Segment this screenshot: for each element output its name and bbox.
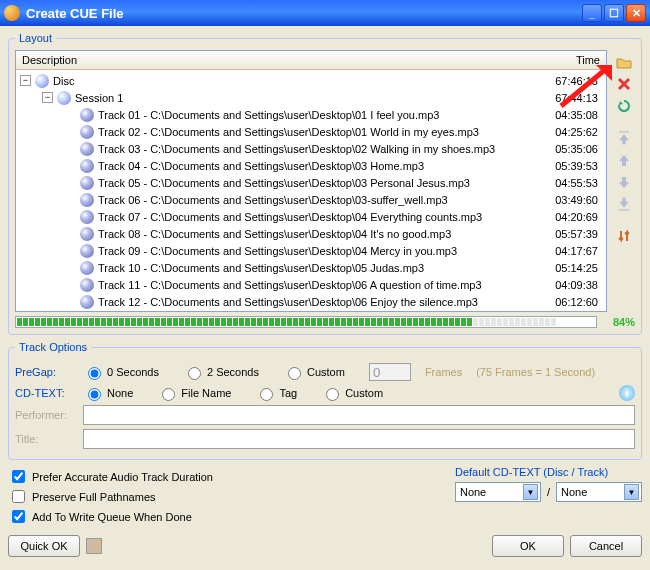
titlebar: Create CUE File _ ☐ ✕: [0, 0, 650, 26]
cdtext-none-radio[interactable]: None: [83, 385, 133, 401]
track-row[interactable]: Track 03 - C:\Documents and Settings\use…: [16, 140, 606, 157]
track-row[interactable]: Track 05 - C:\Documents and Settings\use…: [16, 174, 606, 191]
track-row[interactable]: Track 08 - C:\Documents and Settings\use…: [16, 225, 606, 242]
default-track-select[interactable]: None ▼: [556, 482, 642, 502]
track-row[interactable]: Track 06 - C:\Documents and Settings\use…: [16, 191, 606, 208]
track-label: Track 03 - C:\Documents and Settings\use…: [98, 143, 538, 155]
maximize-button[interactable]: ☐: [604, 4, 624, 22]
session-row[interactable]: − Session 1 67:44:13: [16, 89, 606, 106]
track-time: 05:35:06: [538, 143, 598, 155]
pregap-frames-input[interactable]: [369, 363, 411, 381]
move-down-button[interactable]: [613, 172, 635, 192]
expander-icon[interactable]: −: [42, 92, 53, 103]
info-icon[interactable]: i: [619, 385, 635, 401]
track-label: Track 01 - C:\Documents and Settings\use…: [98, 109, 538, 121]
track-icon: [80, 176, 94, 190]
track-time: 04:17:67: [538, 245, 598, 257]
track-row[interactable]: Track 12 - C:\Documents and Settings\use…: [16, 293, 606, 310]
column-time[interactable]: Time: [540, 54, 600, 66]
track-label: Track 11 - C:\Documents and Settings\use…: [98, 279, 538, 291]
track-row[interactable]: Track 09 - C:\Documents and Settings\use…: [16, 242, 606, 259]
column-description[interactable]: Description: [22, 54, 540, 66]
session-icon: [57, 91, 71, 105]
cancel-button[interactable]: Cancel: [570, 535, 642, 557]
pregap-0-radio[interactable]: 0 Seconds: [83, 364, 159, 380]
default-disc-select[interactable]: None ▼: [455, 482, 541, 502]
track-row[interactable]: Track 04 - C:\Documents and Settings\use…: [16, 157, 606, 174]
track-icon: [80, 261, 94, 275]
list-header[interactable]: Description Time: [16, 51, 606, 70]
disc-row[interactable]: − Disc 67:46:13: [16, 72, 606, 89]
track-time: 04:20:69: [538, 211, 598, 223]
window-title: Create CUE File: [26, 6, 580, 21]
cdtext-tag-radio[interactable]: Tag: [255, 385, 297, 401]
open-folder-button[interactable]: [613, 52, 635, 72]
track-icon: [80, 210, 94, 224]
side-toolbar: [613, 50, 635, 312]
track-row[interactable]: Track 11 - C:\Documents and Settings\use…: [16, 276, 606, 293]
track-label: Track 02 - C:\Documents and Settings\use…: [98, 126, 538, 138]
track-options-group: Track Options PreGap: 0 Seconds 2 Second…: [8, 341, 642, 460]
quick-ok-button[interactable]: Quick OK: [8, 535, 80, 557]
track-label: Track 09 - C:\Documents and Settings\use…: [98, 245, 538, 257]
layout-group: Layout Description Time − Disc 67:46:13 …: [8, 32, 642, 335]
ok-button[interactable]: OK: [492, 535, 564, 557]
sort-button[interactable]: [613, 226, 635, 246]
track-label: Track 08 - C:\Documents and Settings\use…: [98, 228, 538, 240]
move-up-icon: [618, 154, 630, 166]
track-time: 04:25:62: [538, 126, 598, 138]
track-icon: [80, 295, 94, 309]
session-time: 67:44:13: [538, 92, 598, 104]
track-label: Track 06 - C:\Documents and Settings\use…: [98, 194, 538, 206]
default-cdtext-group: Default CD-TEXT (Disc / Track) None ▼ / …: [455, 466, 642, 502]
track-list[interactable]: Description Time − Disc 67:46:13 − Sessi…: [15, 50, 607, 312]
disc-time: 67:46:13: [538, 75, 598, 87]
checkbox-group: Prefer Accurate Audio Track Duration Pre…: [8, 466, 443, 527]
track-label: Track 05 - C:\Documents and Settings\use…: [98, 177, 538, 189]
pregap-2-radio[interactable]: 2 Seconds: [183, 364, 259, 380]
track-icon: [80, 159, 94, 173]
track-time: 05:57:39: [538, 228, 598, 240]
move-up-button[interactable]: [613, 150, 635, 170]
title-input[interactable]: [83, 429, 635, 449]
refresh-button[interactable]: [613, 96, 635, 116]
pregap-custom-radio[interactable]: Custom: [283, 364, 345, 380]
track-row[interactable]: Track 07 - C:\Documents and Settings\use…: [16, 208, 606, 225]
chevron-down-icon: ▼: [523, 484, 538, 500]
track-icon: [80, 244, 94, 258]
default-cdtext-legend: Default CD-TEXT (Disc / Track): [455, 466, 642, 478]
frames-label: Frames: [425, 366, 462, 378]
cdtext-filename-radio[interactable]: File Name: [157, 385, 231, 401]
disc-label: Disc: [53, 75, 538, 87]
chevron-down-icon: ▼: [624, 484, 639, 500]
track-label: Track 04 - C:\Documents and Settings\use…: [98, 160, 538, 172]
delete-icon: [617, 77, 631, 91]
track-row[interactable]: Track 01 - C:\Documents and Settings\use…: [16, 106, 606, 123]
expander-icon[interactable]: −: [20, 75, 31, 86]
accurate-check[interactable]: Prefer Accurate Audio Track Duration: [8, 467, 443, 486]
pregap-label: PreGap:: [15, 366, 77, 378]
track-icon: [80, 227, 94, 241]
track-icon: [80, 108, 94, 122]
track-label: Track 10 - C:\Documents and Settings\use…: [98, 262, 538, 274]
track-icon: [80, 125, 94, 139]
move-top-button[interactable]: [613, 128, 635, 148]
track-options-legend: Track Options: [15, 341, 91, 353]
move-bottom-button[interactable]: [613, 194, 635, 214]
track-icon: [80, 193, 94, 207]
queue-check[interactable]: Add To Write Queue When Done: [8, 507, 443, 526]
track-time: 04:35:08: [538, 109, 598, 121]
close-button[interactable]: ✕: [626, 4, 646, 22]
cdtext-custom-radio[interactable]: Custom: [321, 385, 383, 401]
save-icon[interactable]: [86, 538, 102, 554]
minimize-button[interactable]: _: [582, 4, 602, 22]
layout-legend: Layout: [15, 32, 56, 44]
track-label: Track 12 - C:\Documents and Settings\use…: [98, 296, 538, 308]
track-row[interactable]: Track 10 - C:\Documents and Settings\use…: [16, 259, 606, 276]
tree[interactable]: − Disc 67:46:13 − Session 1 67:44:13 Tra…: [16, 70, 606, 311]
track-row[interactable]: Track 02 - C:\Documents and Settings\use…: [16, 123, 606, 140]
preserve-check[interactable]: Preserve Full Pathnames: [8, 487, 443, 506]
performer-input[interactable]: [83, 405, 635, 425]
track-time: 06:12:60: [538, 296, 598, 308]
delete-button[interactable]: [613, 74, 635, 94]
